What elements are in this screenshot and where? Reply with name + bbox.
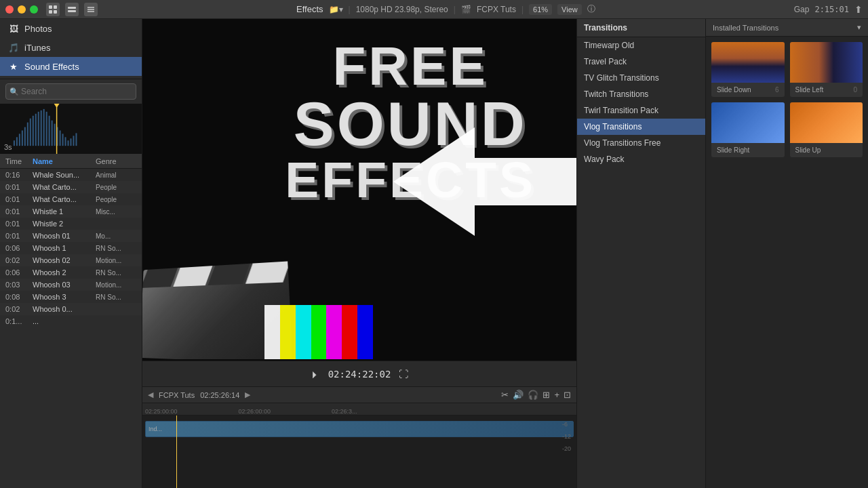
play-button[interactable]: ⏵	[311, 369, 320, 380]
sfx-row[interactable]: 0:06 Whoosh 2 RN So...	[0, 266, 142, 279]
sfx-row[interactable]: 0:1... ...	[0, 315, 142, 327]
zoom-out-icon[interactable]: ⊡	[564, 390, 571, 400]
sidebar-label-photos: Photos	[24, 24, 52, 34]
fullscreen-button[interactable]: ⛶	[399, 369, 408, 380]
sfx-row[interactable]: 0:08 Whoosh 3 RN So...	[0, 291, 142, 303]
search-input[interactable]	[5, 83, 136, 100]
vol-minus12: -12	[562, 433, 571, 440]
sidebar-item-photos[interactable]: 🖼 Photos	[0, 19, 142, 38]
zoom-in-icon[interactable]: +	[554, 390, 559, 400]
transitions-list-header: Transitions	[577, 19, 705, 37]
sfx-row[interactable]: 0:02 Whoosh 0...	[0, 303, 142, 315]
fullscreen-button[interactable]	[30, 5, 38, 14]
transition-thumb-slide-right[interactable]: Slide Right	[711, 102, 785, 157]
sfx-row[interactable]: 0:01 Whoosh 01 Mo...	[0, 230, 142, 242]
main-track: Ind...	[142, 421, 576, 437]
svg-rect-13	[22, 130, 23, 146]
col-header-genre: Genre	[96, 157, 136, 165]
cam-icon: 🎬	[461, 5, 471, 14]
share-icon[interactable]: ⬆	[854, 4, 863, 15]
zoom-button[interactable]: 61%	[529, 4, 552, 15]
nav-right-icon[interactable]: ▶	[245, 390, 250, 399]
sfx-table-header: Time Name Genre	[0, 155, 142, 169]
transitions-title: Transitions	[584, 23, 627, 33]
sidebar-label-sfx: Sound Effects	[24, 62, 79, 72]
svg-rect-18	[35, 114, 37, 146]
sfx-genre: RN So...	[96, 269, 136, 277]
sfx-row[interactable]: 0:01 Whistle 1 Misc...	[0, 205, 142, 218]
timeline-icon[interactable]	[65, 3, 79, 16]
library-icon[interactable]	[46, 3, 60, 16]
arrow-overlay	[393, 127, 576, 239]
sfx-row[interactable]: 0:01 What Carto... People	[0, 181, 142, 193]
transition-item-twitch[interactable]: Twitch Transitions	[577, 86, 705, 102]
sfx-genre: Motion...	[96, 281, 136, 289]
transitions-list-panel: Transitions Timewarp OldTravel PackTV Gl…	[577, 19, 706, 488]
svg-rect-27	[60, 130, 61, 146]
sfx-row[interactable]: 0:02 Whoosh 02 Motion...	[0, 254, 142, 266]
svg-rect-10	[14, 140, 15, 146]
inspector-icon[interactable]	[84, 3, 98, 16]
sfx-row[interactable]: 0:01 What Carto... People	[0, 193, 142, 205]
sidebar-label-itunes: iTunes	[24, 43, 51, 53]
sfx-time: 0:06	[5, 244, 33, 252]
headphone-icon[interactable]: 🎧	[528, 390, 538, 400]
sfx-genre: Misc...	[96, 208, 136, 216]
transition-item-timewarp-old[interactable]: Timewarp Old	[577, 37, 705, 54]
svg-rect-28	[62, 134, 64, 146]
sidebar-item-itunes[interactable]: 🎵 iTunes	[0, 38, 142, 57]
transition-item-vlog[interactable]: Vlog Transitions	[577, 119, 705, 135]
transition-item-vlog-free[interactable]: Vlog Transitions Free	[577, 135, 705, 151]
sfx-time: 0:02	[5, 305, 33, 313]
sfx-row[interactable]: 0:06 Whoosh 1 RN So...	[0, 242, 142, 254]
transition-thumb-slide-down[interactable]: Slide Down 6	[711, 42, 785, 97]
thumb-count-slide-left: 0	[850, 85, 860, 95]
sfx-row[interactable]: 0:03 Whoosh 03 Motion...	[0, 279, 142, 291]
magnet-icon[interactable]: 🔊	[513, 390, 524, 400]
sfx-name: Whistle 2	[33, 220, 96, 228]
svg-rect-5	[68, 10, 76, 12]
minimize-button[interactable]	[18, 5, 26, 14]
svg-rect-23	[49, 116, 50, 146]
nav-left-icon[interactable]: ◀	[148, 390, 153, 399]
clip-segment[interactable]: Ind...	[145, 421, 574, 437]
grid-icon[interactable]: ⊞	[542, 390, 550, 400]
svg-rect-4	[68, 7, 76, 9]
transition-item-travel-pack[interactable]: Travel Pack	[577, 54, 705, 70]
thumb-label-slide-right: Slide Right	[714, 144, 752, 156]
transition-thumb-slide-left[interactable]: Slide Left 0	[790, 42, 863, 97]
sfx-genre: Mo...	[96, 232, 136, 240]
sfx-row[interactable]: 0:01 Whistle 2	[0, 218, 142, 230]
sfx-genre: People	[96, 196, 136, 203]
title-divider1: |	[349, 5, 351, 14]
installed-chevron[interactable]: ▾	[857, 23, 861, 32]
sfx-row[interactable]: 0:16 Whale Soun... Animal	[0, 169, 142, 181]
svg-rect-2	[49, 10, 52, 14]
sfx-name: Whoosh 02	[33, 256, 96, 264]
sfx-genre: Animal	[96, 171, 136, 179]
close-button[interactable]	[5, 5, 14, 14]
sidebar-item-sound-effects[interactable]: ★ Sound Effects	[0, 57, 142, 76]
waveform-preview: 3s	[0, 104, 142, 155]
sfx-name: Whoosh 1	[33, 244, 96, 252]
info-icon[interactable]: ⓘ	[587, 3, 595, 15]
thumb-count-slide-up	[854, 149, 860, 152]
sfx-time: 0:03	[5, 281, 33, 289]
svg-rect-29	[65, 137, 66, 146]
transition-item-tv-glitch[interactable]: TV Glitch Transitions	[577, 70, 705, 86]
view-button[interactable]: View	[557, 4, 582, 15]
svg-rect-11	[16, 137, 18, 146]
transition-thumb-slide-up[interactable]: Slide Up	[790, 102, 863, 157]
transition-item-twirl[interactable]: Twirl Transition Pack	[577, 102, 705, 119]
thumb-preview-slide-up	[790, 102, 863, 143]
col-header-name[interactable]: Name	[33, 157, 96, 165]
sfx-list: 0:16 Whale Soun... Animal 0:01 What Cart…	[0, 169, 142, 327]
thumb-preview-slide-left	[790, 42, 863, 83]
svg-rect-16	[30, 119, 31, 146]
blade-icon[interactable]: ✂	[501, 390, 509, 400]
sfx-genre: RN So...	[96, 245, 136, 252]
sfx-time: 0:01	[5, 220, 33, 228]
transition-item-wavy[interactable]: Wavy Pack	[577, 151, 705, 167]
thumb-preview-slide-down	[711, 42, 785, 83]
sfx-name: Whoosh 03	[33, 281, 96, 289]
